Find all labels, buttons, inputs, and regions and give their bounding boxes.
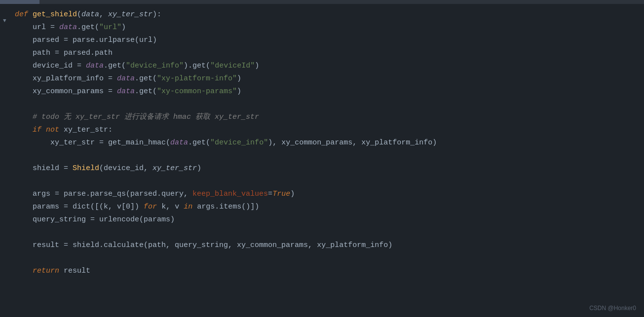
token-for-vars: k, v bbox=[157, 201, 184, 213]
code-line-16: params = dict([(k, v[0]) for k, v in arg… bbox=[10, 201, 644, 214]
token-close1: ) bbox=[121, 22, 126, 34]
token-result-var: result bbox=[15, 240, 64, 251]
token-platinfo-var: xy_platform_info bbox=[15, 73, 108, 85]
token-data4: data bbox=[117, 86, 135, 98]
token-shield-close: ) bbox=[197, 163, 201, 175]
token-str-platinfo: "xy-platform-info" bbox=[157, 73, 237, 85]
token-data5: data bbox=[170, 137, 188, 149]
code-editor: ▼ def get_shield(data, xy_ter_str): url … bbox=[0, 0, 644, 317]
token-get5: .get( bbox=[135, 86, 157, 98]
token-path-var: path bbox=[15, 47, 55, 59]
token-comma1: , bbox=[99, 9, 108, 21]
code-line-13: shield = Shield(device_id, xy_ter_str) bbox=[10, 163, 644, 176]
token-get4: .get( bbox=[135, 73, 157, 85]
code-line-5: device_id = data.get("device_info").get(… bbox=[10, 60, 644, 73]
code-line-9: # todo 无 xy_ter_str 进行设备请求 hmac 获取 xy_te… bbox=[10, 111, 644, 124]
token-shield-open: (device_id, bbox=[99, 163, 152, 175]
token-xyterstr2: xy_ter_str bbox=[152, 163, 197, 175]
token-urlencode: urlencode(params) bbox=[99, 214, 175, 226]
token-commonparams-var: xy_common_params bbox=[15, 86, 108, 98]
token-dict-mid: ]) bbox=[130, 201, 144, 213]
token-in: in bbox=[184, 201, 192, 213]
token-deviceid-var: device_id bbox=[15, 60, 77, 72]
token-eq5: = bbox=[108, 73, 117, 85]
token-dict-open: dict([(k, v[ bbox=[73, 201, 126, 213]
code-line-15: args = parse.parse_qs(parsed.query, keep… bbox=[10, 188, 644, 201]
token-eq11: = bbox=[64, 201, 73, 213]
token-str-common: "xy-common-params" bbox=[157, 86, 237, 98]
token-eq4: = bbox=[77, 60, 86, 72]
code-line-2: url = data.get("url") bbox=[10, 22, 644, 35]
token-close3: ) bbox=[237, 73, 241, 85]
code-line-8 bbox=[10, 99, 644, 111]
token-def: def bbox=[15, 9, 33, 21]
token-parse-qs: parse.parse_qs(parsed.query, bbox=[64, 188, 192, 200]
code-line-11: xy_ter_str = get_main_hmac(data.get("dev… bbox=[10, 137, 644, 150]
token-get1: .get( bbox=[77, 22, 99, 34]
token-close2: ) bbox=[255, 60, 259, 72]
code-line-3: parsed = parse.urlparse(url) bbox=[10, 35, 644, 47]
code-line-12 bbox=[10, 150, 644, 163]
token-for: for bbox=[144, 201, 157, 213]
code-line-21: return result bbox=[10, 265, 644, 278]
token-parsed-var: parsed bbox=[15, 35, 64, 46]
token-str-devinfo2: "device_info" bbox=[210, 137, 268, 149]
token-params-var: params bbox=[15, 201, 64, 213]
code-content: ▼ def get_shield(data, xy_ter_str): url … bbox=[0, 4, 644, 317]
fold-icon[interactable]: ▼ bbox=[3, 17, 6, 26]
token-str-devinfo: "device_info" bbox=[126, 60, 184, 72]
token-eq8: = bbox=[64, 163, 73, 175]
token-true: True bbox=[272, 188, 290, 200]
code-line-6: xy_platform_info = data.get("xy-platform… bbox=[10, 73, 644, 86]
token-get3: ).get( bbox=[184, 60, 210, 72]
token-data3: data bbox=[117, 73, 135, 85]
token-eq10: = bbox=[268, 188, 272, 200]
scrollbar[interactable] bbox=[0, 0, 644, 4]
token-comment: # todo 无 xy_ter_str 进行设备请求 hmac 获取 xy_te… bbox=[15, 111, 259, 123]
token-eq13: = bbox=[64, 240, 73, 251]
token-parsed-path: parsed.path bbox=[64, 47, 113, 59]
token-gethmac: get_main_hmac( bbox=[108, 137, 170, 149]
token-querystr-var: query_string bbox=[15, 214, 90, 226]
token-eq9: = bbox=[55, 188, 64, 200]
token-get2: .get( bbox=[104, 60, 126, 72]
token-eq7: = bbox=[99, 137, 108, 149]
token-args-close: ) bbox=[290, 188, 295, 200]
token-eq: = bbox=[50, 22, 59, 34]
token-urlparse: parse.urlparse(url) bbox=[73, 35, 157, 46]
token-zero: 0 bbox=[126, 201, 130, 213]
token-url-var: url bbox=[15, 22, 50, 34]
token-xyterstr: xy_ter_str: bbox=[64, 124, 113, 136]
code-line-20 bbox=[10, 252, 644, 265]
token-str-devid: "deviceId" bbox=[210, 60, 255, 72]
token-close4: ) bbox=[237, 86, 241, 98]
token-eq2: = bbox=[64, 35, 73, 46]
code-line-4: path = parsed.path bbox=[10, 47, 644, 60]
code-line-14 bbox=[10, 176, 644, 188]
token-result2: result bbox=[59, 265, 90, 277]
token-calculate: shield.calculate(path, query_string, xy_… bbox=[73, 240, 392, 251]
code-line-19: result = shield.calculate(path, query_st… bbox=[10, 240, 644, 252]
scrollbar-thumb[interactable] bbox=[0, 0, 39, 4]
token-paren2: ): bbox=[152, 9, 161, 21]
token-if: if not bbox=[15, 124, 64, 136]
token-shield-var: shield bbox=[15, 163, 64, 175]
token-paren: ( bbox=[77, 9, 81, 21]
token-hmac-args: ), xy_common_params, xy_platform_info) bbox=[268, 137, 437, 149]
code-line-1: def get_shield(data, xy_ter_str): bbox=[10, 9, 644, 22]
token-param1: data bbox=[81, 9, 99, 21]
token-items: args.items()]) bbox=[192, 201, 259, 213]
token-eq6: = bbox=[108, 86, 117, 98]
token-eq12: = bbox=[90, 214, 99, 226]
token-args-var: args bbox=[15, 188, 55, 200]
token-funcname: get_shield bbox=[33, 9, 77, 21]
token-xyterstr-assign: xy_ter_str bbox=[15, 137, 99, 149]
token-str-url: "url" bbox=[99, 22, 121, 34]
code-line-17: query_string = urlencode(params) bbox=[10, 214, 644, 227]
code-line-10: if not xy_ter_str: bbox=[10, 124, 644, 137]
code-line-7: xy_common_params = data.get("xy-common-p… bbox=[10, 86, 644, 99]
token-data2: data bbox=[86, 60, 104, 72]
token-param2: xy_ter_str bbox=[108, 9, 152, 21]
token-get6: .get( bbox=[188, 137, 210, 149]
watermark: CSDN @Honker0 bbox=[589, 304, 636, 313]
